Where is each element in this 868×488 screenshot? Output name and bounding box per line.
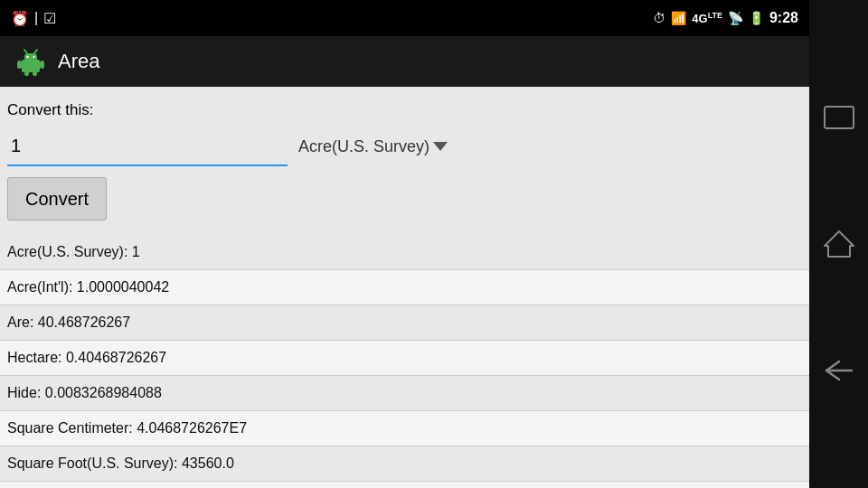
svg-point-2 <box>26 56 28 58</box>
unit-selector[interactable]: Acre(U.S. Survey) <box>298 137 448 156</box>
svg-rect-0 <box>22 60 40 72</box>
result-row: Square Foot(U.S. Survey): 43560.0 <box>0 446 809 482</box>
svg-rect-6 <box>17 61 22 69</box>
svg-line-5 <box>34 50 37 53</box>
phone-area: ⏰ | ☑ ⏱ 📶 4GLTE 📡 🔋 9:28 <box>0 0 809 488</box>
battery-icon: 🔋 <box>749 11 764 25</box>
svg-marker-11 <box>825 231 854 257</box>
back-button[interactable] <box>817 354 861 387</box>
wifi-icon: 📶 <box>671 11 686 25</box>
app-icon <box>14 45 47 78</box>
unit-text: Acre(U.S. Survey) <box>298 137 429 156</box>
home-icon <box>823 228 855 260</box>
time-display: 9:28 <box>769 10 798 26</box>
svg-point-3 <box>33 56 34 58</box>
results-list: Acre(U.S. Survey): 1Acre(Int'l): 1.00000… <box>0 235 809 488</box>
result-row: Hectare: 0.40468726267 <box>0 341 809 376</box>
alarm-icon: ⏰ <box>11 10 29 27</box>
nav-bar <box>809 0 868 488</box>
convert-this-label: Convert this: <box>0 87 809 127</box>
back-icon <box>821 358 857 383</box>
number-input[interactable] <box>7 127 288 166</box>
recent-apps-button[interactable] <box>817 101 861 134</box>
input-row: Acre(U.S. Survey) <box>0 127 809 174</box>
result-row: Square Inch(U.S. Survey): 6272640.0 <box>0 482 809 488</box>
recent-apps-icon <box>823 105 855 130</box>
check-icon: ☑ <box>43 10 56 27</box>
svg-line-4 <box>24 50 27 53</box>
svg-rect-10 <box>825 107 854 128</box>
signal-icon: 📡 <box>728 11 743 25</box>
home-button[interactable] <box>817 228 861 260</box>
convert-button[interactable]: Convert <box>7 177 107 221</box>
svg-rect-1 <box>24 53 37 61</box>
clock-icon: ⏱ <box>653 11 665 25</box>
result-row: Acre(Int'l): 1.0000040042 <box>0 270 809 305</box>
status-bar: ⏰ | ☑ ⏱ 📶 4GLTE 📡 🔋 9:28 <box>0 0 809 36</box>
app-title: Area <box>58 50 99 73</box>
svg-rect-8 <box>24 71 29 76</box>
result-row: Are: 40.468726267 <box>0 305 809 341</box>
svg-rect-9 <box>33 71 37 76</box>
app-bar: Area <box>0 36 809 87</box>
4g-label: 4GLTE <box>692 11 722 25</box>
notification-icon: | <box>34 10 38 26</box>
result-row: Hide: 0.0083268984088 <box>0 376 809 411</box>
result-row: Square Centimeter: 4.0468726267E7 <box>0 411 809 446</box>
result-row: Acre(U.S. Survey): 1 <box>0 235 809 270</box>
content-area: Convert this: Acre(U.S. Survey) Convert … <box>0 87 809 488</box>
status-bar-right: ⏱ 📶 4GLTE 📡 🔋 9:28 <box>653 10 798 26</box>
android-robot-icon <box>14 45 47 78</box>
dropdown-arrow-icon <box>433 142 448 151</box>
status-bar-left: ⏰ | ☑ <box>11 10 56 27</box>
svg-rect-7 <box>40 61 44 69</box>
